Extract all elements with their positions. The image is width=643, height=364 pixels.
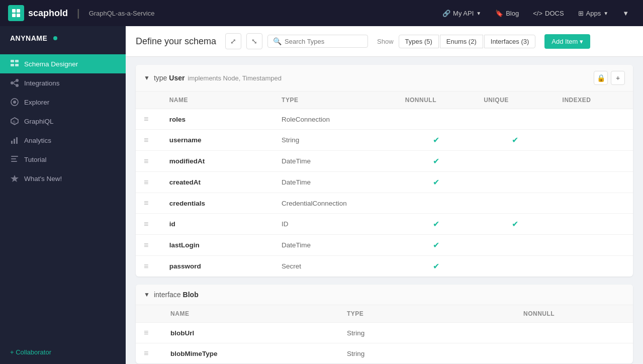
drag-handle-icon[interactable]: ≡: [144, 349, 148, 357]
svg-rect-3: [17, 14, 20, 17]
drag-handle-icon[interactable]: ≡: [144, 262, 148, 270]
logo-text: scaphold: [28, 8, 68, 19]
sidebar-item-graphiql[interactable]: {} GraphiQL: [0, 112, 126, 131]
blob-interface-section: ▼ interface Blob Name Type NonNull: [136, 285, 633, 363]
field-nonnull-cell: ✔: [397, 214, 476, 235]
drag-handle-icon[interactable]: ≡: [144, 199, 148, 207]
drag-handle-icon[interactable]: ≡: [144, 178, 148, 187]
field-type: Secret: [282, 262, 301, 270]
expand-btn[interactable]: ⤡: [246, 33, 262, 49]
schema-body: ▼ type User implements Node, Timestamped…: [126, 57, 643, 364]
svg-rect-18: [14, 139, 15, 144]
plus-icon: +: [616, 74, 620, 82]
user-type-keyword: type: [154, 74, 167, 82]
nav-myapi[interactable]: 🔗 My API ▼: [436, 7, 487, 20]
field-unique-cell: [476, 151, 554, 172]
blob-field-type-cell: String: [339, 343, 515, 364]
blob-field-nonnull-cell: [515, 323, 633, 343]
field-unique-cell: [476, 235, 554, 256]
field-nonnull-cell: ✔: [397, 256, 476, 277]
drag-handle-icon[interactable]: ≡: [144, 136, 148, 144]
search-input[interactable]: [285, 38, 362, 45]
filter-enums[interactable]: Enums (2): [440, 35, 483, 48]
blob-type-chevron[interactable]: ▼: [144, 291, 150, 298]
field-type-cell: DateTime: [273, 172, 397, 193]
table-row: ≡ blobMimeType String: [136, 343, 633, 364]
drag-handle-cell: ≡: [136, 235, 161, 256]
drag-col-header-blob: [136, 305, 162, 323]
add-item-button[interactable]: Add Item ▾: [544, 34, 590, 49]
field-name: blobUrl: [170, 329, 194, 337]
drag-handle-cell: ≡: [136, 256, 161, 277]
nav-apps[interactable]: ⊞ Apps ▼: [572, 7, 615, 20]
filter-interfaces[interactable]: Interfaces (3): [484, 35, 536, 48]
field-nonnull-cell: [397, 109, 476, 130]
nav-docs[interactable]: </> DOCS: [527, 7, 570, 20]
nav-blog-label: Blog: [506, 10, 519, 17]
user-fields-tbody: ≡ roles RoleConnection ≡ username String…: [136, 109, 633, 277]
drag-handle-icon[interactable]: ≡: [144, 115, 148, 123]
add-field-button[interactable]: +: [611, 71, 625, 85]
drag-handle-cell: ≡: [136, 214, 161, 235]
more-icon: ▼: [622, 10, 629, 17]
status-dot: [53, 36, 57, 40]
check-icon: ✔: [433, 136, 439, 144]
sidebar-collaborator-btn[interactable]: + Collaborator: [0, 340, 126, 364]
sidebar-item-schema-designer[interactable]: Schema Designer: [0, 54, 126, 73]
svg-point-9: [16, 79, 19, 82]
sidebar-item-explorer[interactable]: Explorer: [0, 93, 126, 112]
sidebar-item-label: Integrations: [24, 79, 60, 87]
drag-handle-icon[interactable]: ≡: [144, 157, 148, 165]
user-type-chevron[interactable]: ▼: [144, 74, 150, 81]
filter-types[interactable]: Types (5): [399, 35, 439, 48]
field-unique-cell: ✔: [476, 130, 554, 151]
show-label: Show: [377, 38, 394, 45]
drag-handle-cell: ≡: [136, 109, 161, 130]
drag-handle-icon[interactable]: ≡: [144, 220, 148, 228]
nav-more[interactable]: ▼: [616, 7, 635, 20]
sidebar: ANYNAME Schema Designer Integrations Exp…: [0, 26, 126, 364]
table-row: ≡ password Secret ✔: [136, 256, 633, 277]
drag-handle-icon[interactable]: ≡: [144, 241, 148, 249]
blob-nonnull-col-header: NonNull: [515, 305, 633, 323]
add-item-label: Add Item: [552, 38, 578, 45]
sidebar-item-analytics[interactable]: Analytics: [0, 131, 126, 150]
sidebar-item-whats-new[interactable]: What's New!: [0, 169, 126, 188]
field-type: CredentialConnection: [282, 200, 347, 207]
field-type-cell: DateTime: [273, 151, 397, 172]
nav-blog[interactable]: 🔖 Blog: [489, 7, 525, 20]
drag-handle-cell: ≡: [136, 151, 161, 172]
svg-point-8: [11, 81, 14, 84]
drag-handle-cell-blob: ≡: [136, 323, 162, 343]
name-col-header: Name: [161, 92, 273, 109]
logo-tagline: GraphQL-as-a-Service: [89, 10, 155, 17]
svg-point-10: [16, 84, 19, 87]
nonnull-col-header: NonNull: [397, 92, 476, 109]
check-icon: ✔: [512, 136, 518, 144]
sidebar-item-label: Tutorial: [24, 156, 47, 163]
blob-type-name: Blob: [183, 291, 199, 299]
logo-icon: [8, 5, 24, 21]
drag-handle-cell: ≡: [136, 193, 161, 214]
logo-divider: |: [77, 8, 80, 19]
field-type-cell: ID: [273, 214, 397, 235]
drag-handle-icon[interactable]: ≡: [144, 328, 148, 337]
bookmark-icon: 🔖: [495, 10, 503, 17]
sidebar-item-tutorial[interactable]: Tutorial: [0, 150, 126, 169]
schema-icon: [10, 59, 19, 68]
blob-type-col-header: Type: [339, 305, 515, 323]
svg-rect-1: [17, 9, 20, 13]
search-icon: 🔍: [273, 37, 282, 45]
field-indexed-cell: [555, 151, 633, 172]
collapse-btn[interactable]: ⤢: [225, 33, 241, 49]
user-type-section: ▼ type User implements Node, Timestamped…: [136, 65, 633, 277]
field-type: String: [282, 136, 299, 144]
blob-type-keyword: interface: [154, 291, 181, 299]
field-name-cell: username: [161, 130, 273, 151]
table-row: ≡ id ID ✔ ✔: [136, 214, 633, 235]
search-box: 🔍: [267, 35, 368, 48]
field-nonnull-cell: ✔: [397, 130, 476, 151]
field-type-cell: CredentialConnection: [273, 193, 397, 214]
sidebar-item-integrations[interactable]: Integrations: [0, 73, 126, 93]
lock-button[interactable]: 🔒: [594, 71, 608, 85]
